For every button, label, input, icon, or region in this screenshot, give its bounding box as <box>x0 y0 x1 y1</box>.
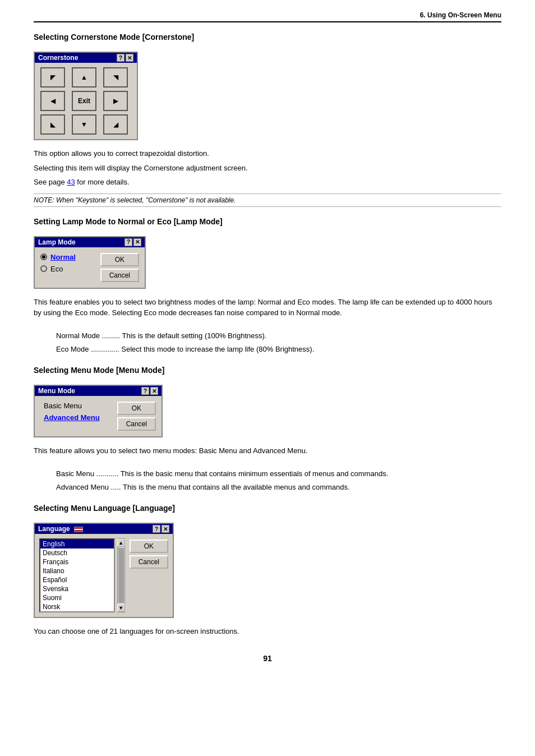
cornerstone-para-2: Selecting this item will display the Cor… <box>34 163 501 174</box>
lamp-option-eco[interactable]: Eco <box>40 265 95 273</box>
lang-item-francais[interactable]: Français <box>40 557 114 566</box>
menu-option-advanced[interactable]: Advanced Menu <box>40 413 112 422</box>
lang-scroll-up[interactable]: ▲ <box>117 539 125 547</box>
corner-btn-left[interactable]: ◀ <box>40 91 65 111</box>
header-title: 6. Using On-Screen Menu <box>420 11 501 19</box>
language-list[interactable]: English Deutsch Français Italiano Españo… <box>39 538 115 612</box>
menu-ok-button[interactable]: OK <box>117 402 156 415</box>
lamp-cancel-button[interactable]: Cancel <box>100 269 139 282</box>
language-title-icons: ? ✕ <box>153 525 169 533</box>
lamp-radio-normal-dot <box>42 255 45 259</box>
corner-btn-right[interactable]: ▶ <box>103 91 128 111</box>
lamp-ok-button[interactable]: OK <box>100 253 139 266</box>
language-buttons: OK Cancel <box>130 538 168 612</box>
cornerstone-dialog-body: ◤ ▲ ◥ ◀ Exit ▶ ◣ ▼ ◢ <box>35 63 137 139</box>
cornerstone-para-1: This option allows you to correct trapez… <box>34 148 501 159</box>
language-dialog: Language ? ✕ English Deutsch Français It… <box>34 523 174 618</box>
lang-item-norsk[interactable]: Norsk <box>40 602 114 611</box>
cornerstone-help-icon[interactable]: ? <box>117 54 124 62</box>
page-number: 91 <box>34 654 501 663</box>
corner-btn-bottom[interactable]: ▼ <box>72 114 96 135</box>
cornerstone-heading: Selecting Cornerstone Mode [Cornerstone] <box>34 33 501 42</box>
lamp-para-1: This feature enables you to select two b… <box>34 297 501 319</box>
corner-btn-topright[interactable]: ◥ <box>103 67 128 87</box>
lamp-help-icon[interactable]: ? <box>124 238 132 246</box>
lamp-radio-eco-empty <box>42 267 45 270</box>
lamp-mode-title: Lamp Mode ? ✕ <box>35 237 145 247</box>
cornerstone-dialog-title: Cornerstone ? ✕ <box>35 53 137 63</box>
cornerstone-title-icons: ? ✕ <box>117 54 133 62</box>
menu-mode-dialog: Menu Mode ? ✕ Basic Menu Advanced Menu O… <box>34 385 163 437</box>
lamp-normal-label: Normal <box>50 253 76 261</box>
menu-options: Basic Menu Advanced Menu <box>40 402 112 425</box>
language-title: Language ? ✕ <box>35 524 173 534</box>
language-heading: Selecting Menu Language [Language] <box>34 504 501 513</box>
cornerstone-close-icon[interactable]: ✕ <box>126 54 133 62</box>
menu-option-basic[interactable]: Basic Menu <box>40 402 112 410</box>
lamp-detail-normal: Normal Mode ......... This is the defaul… <box>56 330 501 342</box>
lamp-close-icon[interactable]: ✕ <box>133 238 141 246</box>
cornerstone-page-link[interactable]: 43 <box>67 178 75 186</box>
menu-mode-title-text: Menu Mode <box>38 387 75 395</box>
lamp-options: Normal Eco <box>40 253 95 276</box>
menu-mode-title-icons: ? ✕ <box>141 387 158 395</box>
page-header: 6. Using On-Screen Menu <box>34 11 501 22</box>
lang-close-icon[interactable]: ✕ <box>162 525 169 533</box>
lamp-mode-heading: Setting Lamp Mode to Normal or Eco [Lamp… <box>34 217 501 226</box>
lamp-mode-title-text: Lamp Mode <box>38 238 76 246</box>
menu-help-icon[interactable]: ? <box>141 387 149 395</box>
lang-item-svenska[interactable]: Svenska <box>40 584 114 593</box>
language-list-container: English Deutsch Français Italiano Españo… <box>39 538 125 612</box>
lang-help-icon[interactable]: ? <box>153 525 160 533</box>
lang-item-suomi[interactable]: Suomi <box>40 593 114 602</box>
menu-detail-basic: Basic Menu ........... This is the basic… <box>56 468 501 480</box>
lamp-radio-eco[interactable] <box>40 265 47 272</box>
cornerstone-grid: ◤ ▲ ◥ ◀ Exit ▶ ◣ ▼ ◢ <box>40 67 131 135</box>
language-scrollbar: ▲ ▼ <box>117 538 125 612</box>
menu-mode-body: Basic Menu Advanced Menu OK Cancel <box>35 396 162 436</box>
lang-item-deutsch[interactable]: Deutsch <box>40 548 114 557</box>
corner-btn-exit[interactable]: Exit <box>72 91 96 111</box>
menu-basic-label: Basic Menu <box>44 402 82 410</box>
lang-cancel-button[interactable]: Cancel <box>130 555 168 569</box>
flag-icon <box>74 527 83 532</box>
lamp-detail-eco: Eco Mode .............. Select this mode… <box>56 344 501 356</box>
corner-btn-topleft[interactable]: ◤ <box>40 67 65 87</box>
cornerstone-dialog: Cornerstone ? ✕ ◤ ▲ ◥ ◀ Exit ▶ ◣ ▼ ◢ <box>34 52 138 140</box>
lang-item-english[interactable]: English <box>40 540 114 548</box>
menu-advanced-label: Advanced Menu <box>44 413 100 422</box>
lamp-mode-dialog: Lamp Mode ? ✕ Normal Eco OK Cancel <box>34 236 146 289</box>
language-para-1: You can choose one of 21 languages for o… <box>34 626 501 637</box>
lamp-mode-title-icons: ? ✕ <box>124 238 141 246</box>
lang-ok-button[interactable]: OK <box>130 540 168 553</box>
cornerstone-note: NOTE: When "Keystone" is selected, "Corn… <box>34 193 501 207</box>
lamp-eco-label: Eco <box>50 265 63 273</box>
lamp-buttons: OK Cancel <box>100 253 139 282</box>
lamp-mode-body: Normal Eco OK Cancel <box>35 247 145 288</box>
menu-mode-title: Menu Mode ? ✕ <box>35 386 162 396</box>
menu-cancel-button[interactable]: Cancel <box>117 417 156 431</box>
menu-para-1: This feature allows you to select two me… <box>34 445 501 457</box>
corner-btn-bottomright[interactable]: ◢ <box>103 114 128 135</box>
language-title-text: Language <box>38 525 83 533</box>
corner-btn-top[interactable]: ▲ <box>72 67 96 87</box>
lang-item-italiano[interactable]: Italiano <box>40 566 114 575</box>
lamp-option-normal[interactable]: Normal <box>40 253 95 261</box>
corner-btn-bottomleft[interactable]: ◣ <box>40 114 65 135</box>
menu-buttons: OK Cancel <box>117 402 156 431</box>
menu-close-icon[interactable]: ✕ <box>150 387 158 395</box>
menu-detail-advanced: Advanced Menu ..... This is the menu tha… <box>56 482 501 494</box>
menu-mode-heading: Selecting Menu Mode [Menu Mode] <box>34 366 501 375</box>
cornerstone-title-text: Cornerstone <box>38 54 78 62</box>
lang-scroll-down[interactable]: ▼ <box>117 604 125 612</box>
lamp-radio-normal[interactable] <box>40 253 47 260</box>
language-body: English Deutsch Français Italiano Españo… <box>35 534 173 617</box>
lang-item-espanol[interactable]: Español <box>40 575 114 584</box>
cornerstone-para-3: See page 43 for more details. <box>34 177 501 188</box>
lang-scroll-track <box>118 548 124 603</box>
